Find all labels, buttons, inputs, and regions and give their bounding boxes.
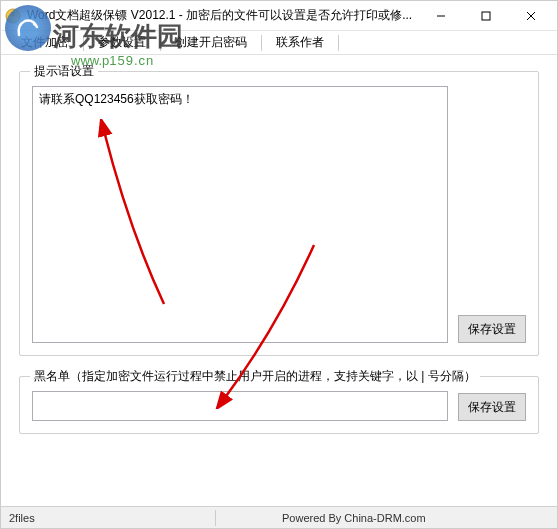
menu-contact-author[interactable]: 联系作者	[264, 31, 336, 54]
watermark-logo	[5, 5, 51, 51]
statusbar: 2files Powered By China-DRM.com	[1, 506, 557, 528]
status-right: Powered By China-DRM.com	[222, 512, 549, 524]
watermark-site-name: 河东软件园	[53, 19, 183, 54]
blacklist-legend: 黑名单（指定加密文件运行过程中禁止用户开启的进程，支持关键字，以 | 号分隔）	[30, 368, 480, 385]
status-separator	[215, 510, 216, 526]
status-left: 2files	[9, 512, 209, 524]
minimize-button[interactable]	[418, 2, 463, 30]
close-button[interactable]	[508, 2, 553, 30]
blacklist-save-button[interactable]: 保存设置	[458, 393, 526, 421]
prompt-fieldset: 提示语设置 保存设置	[19, 71, 539, 356]
menu-separator	[338, 35, 339, 51]
window-controls	[418, 2, 553, 30]
maximize-button[interactable]	[463, 2, 508, 30]
menu-separator	[261, 35, 262, 51]
blacklist-input[interactable]	[32, 391, 448, 421]
prompt-save-button[interactable]: 保存设置	[458, 315, 526, 343]
blacklist-fieldset: 黑名单（指定加密文件运行过程中禁止用户开启的进程，支持关键字，以 | 号分隔） …	[19, 376, 539, 434]
prompt-textarea[interactable]	[32, 86, 448, 343]
watermark-url: www.p159.cn	[71, 53, 153, 68]
svg-rect-3	[482, 12, 490, 20]
content-area: 提示语设置 保存设置 黑名单（指定加密文件运行过程中禁止用户开启的进程，支持关键…	[1, 55, 557, 462]
